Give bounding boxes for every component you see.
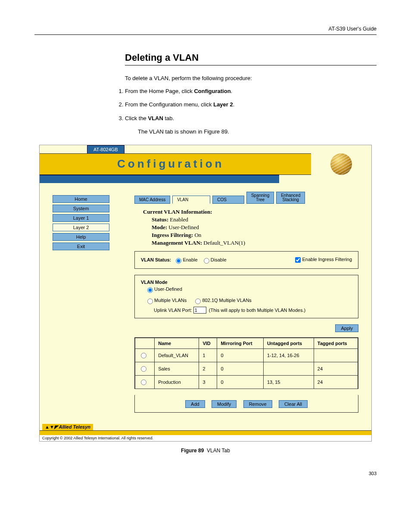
th-tagged: Tagged ports [314,338,358,349]
mode-multiple-vlans[interactable] [147,299,153,304]
modify-button[interactable]: Modify [212,400,237,408]
header-rule [34,34,377,35]
apply-button[interactable]: Apply [335,324,358,332]
clear-all-button[interactable]: Clear All [279,400,308,408]
page-header: AT-S39 User's Guide [34,26,377,32]
table-row: Default_VLAN 1 0 1-12, 14, 16-26 [135,349,358,362]
vlan-status-label: VLAN Status: [141,257,171,262]
vlan-status-enable[interactable] [176,258,181,264]
th-name: Name [155,338,199,349]
table-row: Production 3 0 13, 15 24 [135,376,358,389]
add-button[interactable]: Add [185,400,205,408]
mode-user-defined[interactable] [147,287,153,293]
sidebar-item-home[interactable]: Home [53,195,109,203]
sidebar-item-layer1[interactable]: Layer 1 [53,214,109,222]
vlan-mode-panel: VLAN Mode User-Defined Multiple VLANs 80… [134,275,358,318]
current-vlan-info: Current VLAN Information: Status: Enable… [143,208,358,247]
sidebar: Home System Layer 1 Layer 2 Help Exit [40,183,134,424]
step-3: Click the VLAN tab. [125,114,377,123]
enable-ingress-check[interactable] [295,257,301,263]
table-row: Sales 2 0 24 [135,362,358,376]
th-mirror: Mirroring Port [217,338,263,349]
remove-button[interactable]: Remove [243,400,272,408]
copyright: Copyright © 2002 Allied Telesyn Internat… [40,435,371,441]
step-2: From the Configuration menu, click Layer… [125,100,377,109]
after-steps: The VLAN tab is shown in Figure 89. [138,128,377,136]
tab-spanning-tree[interactable]: SpanningTree [246,192,274,204]
globe-icon [330,153,352,175]
tab-enhanced-stacking[interactable]: EnhancedStacking [276,192,305,204]
vlan-status-panel: VLAN Status: Enable Disable Enable Ingre… [134,251,358,269]
footer-bar [40,430,371,435]
row-select[interactable] [141,366,146,372]
banner-title: Configuration [40,153,311,175]
model-label: AT-8024GB [87,145,125,153]
th-select [135,338,155,349]
row-select[interactable] [141,353,146,358]
sidebar-item-system[interactable]: System [53,205,109,212]
th-vid: VID [199,338,217,349]
mode-dot1q[interactable] [195,299,201,304]
vlan-table: Name VID Mirroring Port Untagged ports T… [135,338,358,389]
section-rule [125,65,377,65]
section-title: Deleting a VLAN [125,52,377,63]
tabs: MAC Address VLAN COS SpanningTree Enhanc… [134,192,358,204]
step-1: From the Home Page, click Configuration. [125,87,377,96]
intro-text: To delete a VLAN, perform the following … [125,74,377,83]
tab-mac-address[interactable]: MAC Address [134,196,170,204]
sidebar-item-layer2[interactable]: Layer 2 [53,224,109,231]
table-actions: Add Modify Remove Clear All [134,395,358,413]
figure-caption: Figure 89 VLAN Tab [34,448,377,454]
sidebar-item-exit[interactable]: Exit [53,243,109,250]
th-untagged: Untagged ports [263,338,314,349]
vlan-status-disable[interactable] [204,258,209,264]
uplink-port-input[interactable] [193,307,206,314]
row-select[interactable] [141,380,146,385]
sidebar-item-help[interactable]: Help [53,233,109,241]
tab-vlan[interactable]: VLAN [172,196,210,204]
subbar [40,175,279,183]
screenshot: AT-8024GB Configuration Home System Laye… [39,145,372,442]
tab-cos[interactable]: COS [212,196,244,204]
brand-bar: ▲▼◤ Allied Telesyn [40,424,371,430]
page-number: 303 [34,471,377,476]
